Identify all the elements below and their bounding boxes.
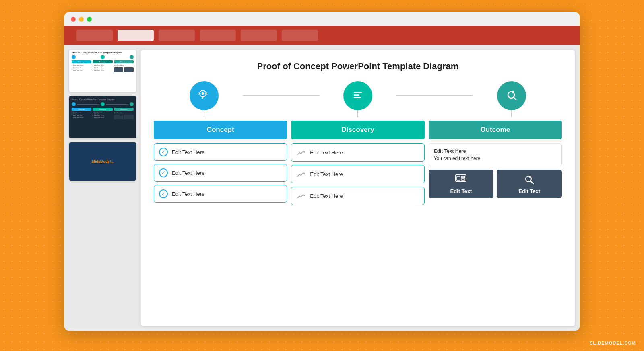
check-icon-2: ✓: [159, 168, 168, 177]
browser-content: Proof of Concept PowerPoint Template Dia…: [64, 45, 580, 331]
outcome-card-2-icon: [524, 175, 534, 186]
minimize-button[interactable]: [79, 17, 84, 22]
connector-vertical-concept: [204, 110, 204, 117]
connector-line-2: [396, 95, 473, 96]
browser-window: Proof of Concept PowerPoint Template Dia…: [64, 12, 580, 331]
concept-circle-icon: [190, 81, 219, 110]
content-columns: ✓ Edit Text Here ✓ Edit Text Here ✓ Edit…: [154, 143, 562, 205]
steps-icon-2: [296, 169, 306, 179]
outcome-card-1[interactable]: Edit Text: [429, 170, 494, 198]
headers-row: Concept Discovery Outcome: [154, 121, 562, 139]
nav-tab-3[interactable]: [159, 30, 195, 41]
svg-point-24: [529, 176, 531, 177]
discovery-column: Edit Text Here Edit Text Here: [291, 143, 424, 205]
steps-icon-1: [296, 148, 306, 157]
svg-line-22: [530, 181, 533, 184]
connector-line-1: [243, 95, 320, 96]
outcome-column: Edit Text Here You can edit text here: [429, 143, 562, 205]
nav-tab-6[interactable]: [282, 30, 318, 41]
discovery-circle-icon: [343, 81, 372, 110]
svg-point-1: [202, 92, 204, 95]
concept-item-1[interactable]: ✓ Edit Text Here: [154, 143, 287, 161]
slide-thumbnail-3[interactable]: SlideModel...: [69, 142, 136, 181]
maximize-button[interactable]: [87, 17, 92, 22]
outcome-bottom-cards: Edit Text Edit Text: [429, 170, 562, 198]
svg-rect-19: [461, 176, 465, 178]
svg-point-14: [303, 151, 305, 153]
close-button[interactable]: [71, 17, 76, 22]
connector-vertical-outcome: [511, 110, 512, 117]
outcome-top-text: Edit Text Here You can edit text here: [429, 143, 562, 166]
nav-tab-4[interactable]: [200, 30, 236, 41]
svg-rect-20: [461, 179, 465, 180]
browser-controls: [71, 17, 573, 26]
svg-rect-8: [354, 94, 359, 96]
svg-line-4: [205, 94, 207, 94]
nav-tab-1[interactable]: [76, 30, 113, 41]
svg-point-16: [303, 195, 305, 196]
nav-tab-5[interactable]: [241, 30, 277, 41]
discovery-item-1[interactable]: Edit Text Here: [291, 143, 424, 162]
nav-tab-2-active[interactable]: [118, 30, 154, 41]
outcome-card-2[interactable]: Edit Text: [497, 170, 562, 198]
main-slide: Proof of Concept PowerPoint Template Dia…: [141, 50, 575, 326]
slidemodel-logo: SlideModel...: [91, 160, 114, 164]
outcome-circle-icon: [497, 81, 526, 110]
connector-vertical-discovery: [357, 110, 358, 117]
header-outcome: Outcome: [429, 121, 562, 139]
discovery-item-3[interactable]: Edit Text Here: [291, 187, 424, 205]
check-icon-1: ✓: [159, 148, 168, 156]
svg-point-13: [512, 91, 514, 92]
steps-icon-3: [296, 191, 306, 201]
sidebar-thumbnails: Proof of Concept PowerPoint Template Dia…: [64, 45, 141, 331]
svg-rect-7: [354, 92, 362, 93]
svg-line-6: [198, 94, 200, 94]
svg-rect-9: [354, 97, 361, 98]
check-icon-3: ✓: [159, 189, 168, 198]
discovery-item-2[interactable]: Edit Text Here: [291, 165, 424, 183]
svg-point-15: [303, 173, 305, 174]
concept-item-3[interactable]: ✓ Edit Text Here: [154, 185, 287, 203]
svg-line-11: [514, 97, 516, 100]
slidemodel-branding: SLIDEMODEL.COM: [590, 341, 636, 345]
browser-chrome: [64, 12, 580, 26]
slide-thumbnail-1[interactable]: Proof of Concept PowerPoint Template Dia…: [69, 50, 136, 92]
svg-rect-18: [457, 176, 460, 180]
slide-thumbnail-2[interactable]: Proof of Concept PowerPoint Template Dia…: [69, 96, 136, 138]
slide-title: Proof of Concept PowerPoint Template Dia…: [154, 61, 562, 72]
concept-column: ✓ Edit Text Here ✓ Edit Text Here ✓ Edit…: [154, 143, 287, 205]
header-discovery: Discovery: [291, 121, 424, 139]
tab-bar: [64, 26, 580, 45]
concept-item-2[interactable]: ✓ Edit Text Here: [154, 164, 287, 182]
outcome-card-1-icon: [455, 174, 466, 186]
header-concept: Concept: [154, 121, 287, 139]
